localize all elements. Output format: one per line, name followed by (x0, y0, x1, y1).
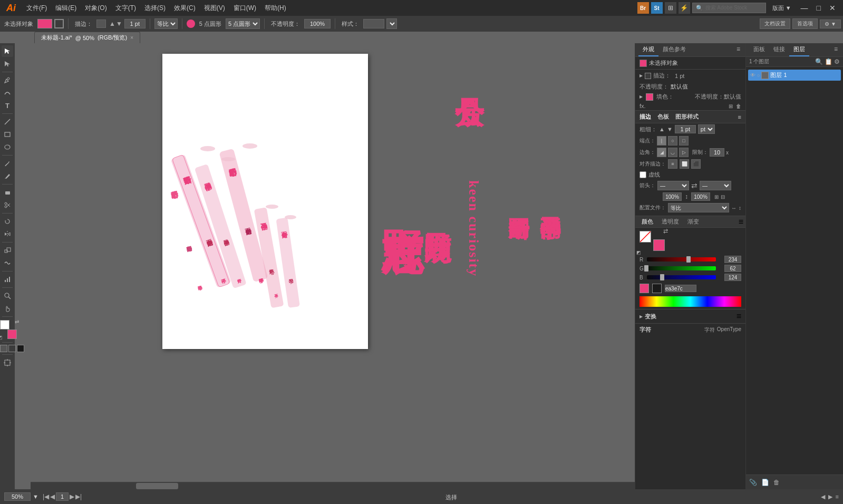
line-tool[interactable] (2, 116, 13, 128)
zoom-control[interactable]: ▼ (4, 492, 38, 501)
document-tab[interactable]: 未标题-1.ai* @ 50% (RGB/预览) × (34, 32, 140, 43)
color-tab-btn[interactable]: 色板 (657, 113, 669, 121)
endpoint-round-btn[interactable]: ○ (668, 136, 677, 146)
arrow-swap-icon[interactable]: ⇄ (691, 181, 697, 190)
bridge-icon[interactable]: Br (637, 2, 649, 14)
endpoint-square-btn[interactable]: □ (679, 136, 689, 146)
reflect-tool[interactable] (2, 228, 13, 240)
r-slider[interactable] (647, 257, 716, 261)
layers-search-icon[interactable]: 🔍 (815, 58, 823, 65)
hand-tool[interactable] (2, 303, 13, 314)
fill-arrow[interactable]: ▶ (639, 94, 643, 99)
options-button[interactable]: ⚙ ▼ (820, 20, 841, 28)
corner-round-btn[interactable]: ◡ (668, 148, 677, 157)
eraser-tool[interactable] (2, 187, 13, 198)
arrowhead-end-select[interactable]: — (700, 181, 731, 190)
graph-tool[interactable] (2, 274, 13, 285)
stroke-weight-unit[interactable]: pt (698, 124, 715, 134)
hscroll-thumb[interactable] (136, 483, 178, 489)
opentype-tab-btn[interactable]: OpenType (717, 326, 741, 334)
restore-button[interactable]: □ (813, 4, 824, 12)
align-outside-btn[interactable]: ⬛ (691, 159, 701, 169)
g-slider-thumb[interactable] (644, 265, 648, 272)
page-input[interactable] (56, 492, 69, 501)
layers-tab[interactable]: 图层 (789, 43, 809, 56)
stroke-color-swatch[interactable] (54, 19, 64, 28)
status-menu-btn[interactable]: ≡ (836, 493, 839, 500)
endpoint-butt-btn[interactable]: | (657, 136, 666, 146)
normal-view-btn[interactable] (0, 345, 7, 352)
stroke-up-btn[interactable]: ▲ (659, 126, 665, 132)
prev-page-btn[interactable]: ◀ (50, 493, 55, 500)
align-center-btn[interactable]: ≡ (668, 159, 677, 169)
new-art-icon[interactable]: ⊞ (729, 103, 733, 109)
extensions-icon[interactable]: ⚡ (679, 2, 690, 14)
g-value-input[interactable] (724, 265, 741, 272)
stock-search[interactable]: 🔍 搜索 Adobe Stock (692, 3, 766, 13)
color-ref-tab[interactable]: 颜色参考 (658, 43, 690, 56)
menu-effect[interactable]: 效果(C) (170, 0, 200, 16)
arrowhead-start-select[interactable]: — (657, 181, 689, 190)
layer-item-1[interactable]: 👁 ○ 图层 1 (748, 70, 841, 81)
default-colors-icon[interactable]: ◩ (636, 250, 641, 255)
color-tab-active[interactable]: 颜色 (637, 216, 657, 227)
layers-panel-menu[interactable]: ≡ (832, 43, 840, 56)
artboard-tool[interactable] (2, 357, 13, 369)
arrowhead-start-scale[interactable] (663, 192, 682, 201)
links-tab[interactable]: 链接 (769, 43, 789, 56)
stroke-collapse-icon[interactable]: ▶ (639, 73, 643, 78)
g-slider[interactable] (647, 266, 716, 270)
opacity-input[interactable] (304, 19, 331, 28)
layers-make-clip-btn[interactable]: 📎 (748, 478, 758, 487)
menu-object[interactable]: 对象(O) (81, 0, 111, 16)
menu-text[interactable]: 文字(T) (111, 0, 140, 16)
rectangle-tool[interactable] (2, 129, 13, 140)
stroke-swatch-bottom[interactable] (7, 329, 17, 339)
curvature-tool[interactable] (2, 87, 13, 99)
appearance-tab[interactable]: 外观 (638, 43, 658, 56)
fx-label[interactable]: fx. (639, 103, 646, 109)
swap-fill-stroke-icon[interactable]: ⇄ (15, 319, 19, 325)
figure-style-tab[interactable]: 图形样式 (675, 113, 699, 121)
transparency-tab[interactable]: 透明度 (657, 216, 683, 227)
first-page-btn[interactable]: |◀ (43, 493, 49, 500)
fill-main-swatch[interactable] (653, 239, 665, 251)
b-slider-thumb[interactable] (660, 274, 664, 280)
layers-delete-btn[interactable]: 🗑 (772, 478, 781, 487)
trash-fx-icon[interactable]: 🗑 (736, 103, 741, 109)
transform-arrow[interactable]: ▶ (639, 314, 643, 319)
stroke-up-arrow[interactable]: ▲ (109, 20, 115, 27)
layer-eye-icon[interactable]: 👁 (750, 72, 755, 78)
stock-icon[interactable]: St (651, 2, 663, 14)
tab-close-button[interactable]: × (130, 35, 133, 41)
dashed-checkbox[interactable] (639, 171, 646, 178)
profile-flip2-icon[interactable]: ↕ (739, 205, 741, 211)
brush-select[interactable]: 5 点圆形 (226, 18, 260, 29)
minimize-button[interactable]: — (798, 4, 811, 12)
pencil-tool[interactable] (2, 170, 13, 182)
stroke-weight-field[interactable] (675, 125, 696, 133)
default-fill-stroke-icon[interactable]: ◩ (0, 335, 3, 340)
menu-view[interactable]: 视图(V) (200, 0, 229, 16)
type-tool[interactable]: T (2, 100, 13, 111)
character-tab-btn[interactable]: 字符 (704, 326, 715, 334)
zoom-dropdown-icon[interactable]: ▼ (33, 493, 38, 500)
stroke-main-swatch[interactable] (639, 231, 651, 243)
layers-settings-icon[interactable]: ⚙ (834, 58, 840, 65)
b-slider[interactable] (647, 275, 716, 279)
profile-flip-icon[interactable]: ↔ (731, 205, 737, 211)
stroke-color-preview[interactable] (645, 73, 651, 79)
stroke-menu-btn[interactable]: ≡ (738, 114, 741, 120)
profile-select[interactable]: 等比 (668, 203, 729, 212)
scissors-tool[interactable] (2, 199, 13, 211)
layer-name-label[interactable]: 图层 1 (770, 71, 833, 79)
stroke-down-arrow[interactable]: ▼ (116, 20, 122, 27)
stroke-down-btn[interactable]: ▼ (667, 126, 673, 132)
b-value-input[interactable] (724, 274, 741, 281)
menu-file[interactable]: 文件(F) (22, 0, 51, 16)
transform-menu[interactable]: ≡ (737, 312, 741, 321)
panel-tab[interactable]: 面板 (749, 43, 769, 56)
arrowhead-end-scale[interactable] (691, 192, 710, 201)
style-select[interactable] (386, 18, 397, 29)
zoom-tool[interactable] (2, 290, 13, 302)
